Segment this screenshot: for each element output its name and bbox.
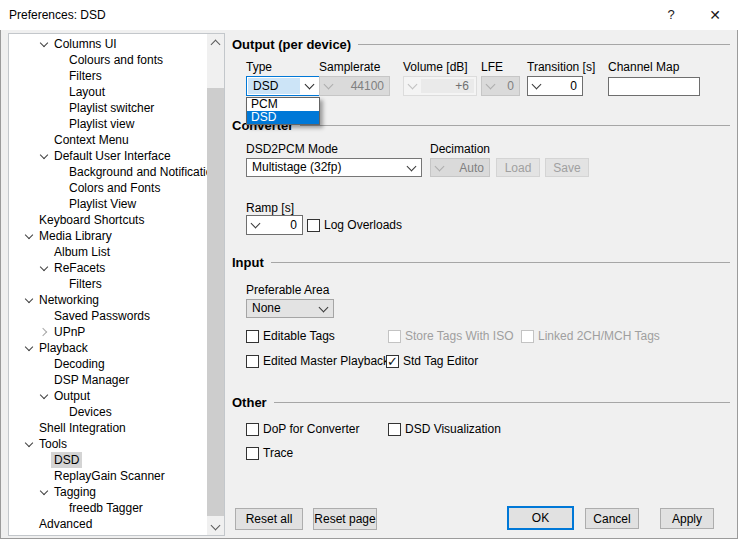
- tree-item-devices[interactable]: Devices: [9, 404, 207, 420]
- checkbox[interactable]: [246, 355, 259, 368]
- dropdown-option-dsd[interactable]: DSD: [247, 111, 319, 124]
- samplerate-combobox: 44100: [319, 76, 390, 96]
- tree-item-label: Playlist view: [66, 116, 137, 132]
- chevron-down-icon[interactable]: [314, 300, 333, 317]
- tree-item-freedb-tagger[interactable]: freedb Tagger: [9, 500, 207, 516]
- tree-item-album-list[interactable]: Album List: [9, 244, 207, 260]
- type-combobox[interactable]: DSD: [246, 76, 320, 96]
- tree-item-label: Saved Passwords: [51, 308, 153, 324]
- chevron-right-icon[interactable]: [36, 325, 51, 340]
- close-icon[interactable]: ✕: [696, 0, 734, 30]
- chevron-down-icon[interactable]: [36, 37, 51, 52]
- tree-item-label: Advanced: [36, 516, 95, 532]
- reset-page-button[interactable]: Reset page: [313, 508, 377, 530]
- ramp-combobox[interactable]: 0: [246, 215, 303, 235]
- section-title: Input: [232, 255, 264, 270]
- tree-item-dsd[interactable]: DSD: [9, 452, 207, 468]
- edited-master-playback-checkbox-row[interactable]: Edited Master Playback: [246, 354, 389, 368]
- chevron-down-icon[interactable]: [528, 77, 545, 95]
- chevron-down-icon[interactable]: [247, 216, 264, 234]
- tree-item-networking[interactable]: Networking: [9, 292, 207, 308]
- tree-item-media-library[interactable]: Media Library: [9, 228, 207, 244]
- tree-item-playlist-switcher[interactable]: Playlist switcher: [9, 100, 207, 116]
- dsd-visualization-checkbox-row[interactable]: DSD Visualization: [388, 422, 501, 436]
- tree-item-playlist-view[interactable]: Playlist view: [9, 116, 207, 132]
- preferable-area-value: None: [247, 300, 314, 317]
- scrollbar-thumb[interactable]: [207, 88, 224, 516]
- tree-item-playlist-view[interactable]: Playlist View: [9, 196, 207, 212]
- chevron-down-icon[interactable]: [21, 293, 36, 308]
- samplerate-value: 44100: [337, 77, 389, 95]
- checkbox[interactable]: [307, 219, 320, 232]
- tree-item-filters[interactable]: Filters: [9, 68, 207, 84]
- title-bar: Preferences: DSD ? ✕: [0, 0, 738, 30]
- help-icon[interactable]: ?: [652, 0, 690, 30]
- dsd2pcm-mode-combobox[interactable]: Multistage (32fp): [246, 158, 422, 177]
- tree-item-dsp-manager[interactable]: DSP Manager: [9, 372, 207, 388]
- checkbox[interactable]: [386, 355, 399, 368]
- checkbox[interactable]: [246, 423, 259, 436]
- chevron-down-icon[interactable]: [402, 159, 421, 176]
- chevron-down-icon[interactable]: [21, 437, 36, 452]
- ok-button[interactable]: OK: [507, 506, 574, 530]
- tree-item-keyboard-shortcuts[interactable]: Keyboard Shortcuts: [9, 212, 207, 228]
- checkbox[interactable]: [246, 330, 259, 343]
- preferable-area-combobox[interactable]: None: [246, 299, 334, 318]
- tree-item-background-and-notifications[interactable]: Background and Notifications: [9, 164, 207, 180]
- tree-item-replaygain-scanner[interactable]: ReplayGain Scanner: [9, 468, 207, 484]
- lfe-combobox: 0: [481, 76, 520, 96]
- tree-item-filters[interactable]: Filters: [9, 276, 207, 292]
- tree-item-tagging[interactable]: Tagging: [9, 484, 207, 500]
- tree-item-label: ReplayGain Scanner: [51, 468, 168, 484]
- tree-item-advanced[interactable]: Advanced: [9, 516, 207, 532]
- checkbox[interactable]: [246, 447, 259, 460]
- tree-indent-spacer: [36, 245, 51, 260]
- reset-all-button[interactable]: Reset all: [235, 508, 303, 530]
- chevron-down-icon[interactable]: [36, 261, 51, 276]
- tree-item-columns-ui[interactable]: Columns UI: [9, 36, 207, 52]
- log-overloads-checkbox-row[interactable]: Log Overloads: [307, 218, 402, 232]
- tree-item-label: Tagging: [51, 484, 99, 500]
- decimation-value: Auto: [448, 159, 489, 176]
- tree-item-playback[interactable]: Playback: [9, 340, 207, 356]
- editable-tags-checkbox-row[interactable]: Editable Tags: [246, 329, 335, 343]
- scroll-up-icon[interactable]: [207, 34, 224, 51]
- tree-item-saved-passwords[interactable]: Saved Passwords: [9, 308, 207, 324]
- tree-item-output[interactable]: Output: [9, 388, 207, 404]
- cancel-button[interactable]: Cancel: [585, 508, 639, 529]
- tree-item-layout[interactable]: Layout: [9, 84, 207, 100]
- chevron-down-icon[interactable]: [36, 389, 51, 404]
- scroll-down-icon[interactable]: [207, 518, 224, 535]
- tree-scrollbar[interactable]: [207, 34, 224, 535]
- tree-indent-spacer: [21, 517, 36, 532]
- chevron-down-icon[interactable]: [300, 77, 319, 95]
- channel-map-input[interactable]: [608, 77, 700, 96]
- dop-for-converter-checkbox-row[interactable]: DoP for Converter: [246, 422, 360, 436]
- tree-item-tools[interactable]: Tools: [9, 436, 207, 452]
- tree-item-shell-integration[interactable]: Shell Integration: [9, 420, 207, 436]
- tree-item-label: freedb Tagger: [66, 500, 146, 516]
- tree-item-context-menu[interactable]: Context Menu: [9, 132, 207, 148]
- tree-item-label: Keyboard Shortcuts: [36, 212, 147, 228]
- checkbox[interactable]: [388, 423, 401, 436]
- transition-combobox[interactable]: 0: [527, 76, 583, 96]
- tree-indent-spacer: [51, 101, 66, 116]
- chevron-down-icon[interactable]: [21, 341, 36, 356]
- std-tag-editor-checkbox-row[interactable]: Std Tag Editor: [386, 354, 478, 368]
- tree-item-label: Playlist switcher: [66, 100, 157, 116]
- chevron-down-icon[interactable]: [36, 149, 51, 164]
- checkbox-label: DSD Visualization: [401, 422, 501, 436]
- type-dropdown-list[interactable]: PCMDSD: [246, 97, 320, 125]
- tree-item-refacets[interactable]: ReFacets: [9, 260, 207, 276]
- trace-checkbox-row[interactable]: Trace: [246, 446, 293, 460]
- checkbox-label: Std Tag Editor: [399, 354, 478, 368]
- tree-item-colors-and-fonts[interactable]: Colors and Fonts: [9, 180, 207, 196]
- chevron-down-icon[interactable]: [21, 229, 36, 244]
- tree-item-upnp[interactable]: UPnP: [9, 324, 207, 340]
- tree-item-decoding[interactable]: Decoding: [9, 356, 207, 372]
- chevron-down-icon[interactable]: [36, 485, 51, 500]
- tree-item-colours-and-fonts[interactable]: Colours and fonts: [9, 52, 207, 68]
- tree-item-default-user-interface[interactable]: Default User Interface: [9, 148, 207, 164]
- tree-indent-spacer: [36, 373, 51, 388]
- apply-button[interactable]: Apply: [660, 508, 714, 529]
